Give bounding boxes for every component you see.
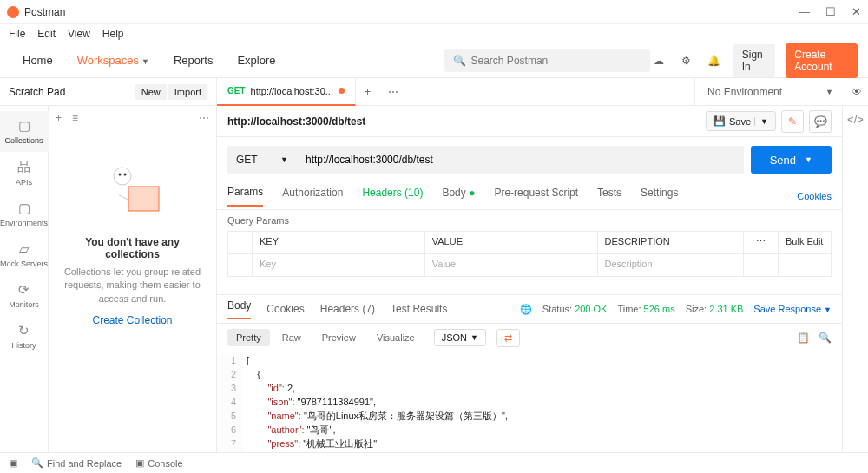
tab-body[interactable]: Body ● (442, 187, 475, 206)
more-icon[interactable]: ⋯ (199, 112, 209, 124)
signin-button[interactable]: Sign In (733, 44, 776, 77)
create-account-button[interactable]: Create Account (786, 43, 858, 78)
time-label: Time: 526 ms (617, 304, 674, 314)
chevron-down-icon: ▼ (280, 155, 288, 164)
col-key: KEY (253, 232, 425, 253)
collections-icon: ▢ (18, 118, 30, 134)
svg-rect-0 (128, 187, 159, 211)
sidebar-item-monitors[interactable]: ⟳Monitors (0, 275, 49, 316)
view-raw[interactable]: Raw (273, 329, 310, 346)
capture-icon[interactable]: ⚙ (678, 49, 695, 72)
format-select[interactable]: JSON ▼ (434, 329, 486, 346)
close-icon[interactable]: ✕ (852, 5, 861, 18)
chevron-down-icon[interactable]: ▼ (805, 155, 812, 164)
tab-authorization[interactable]: Authorization (282, 187, 343, 206)
chevron-down-icon: ▼ (141, 57, 149, 66)
response-tab-cookies[interactable]: Cookies (266, 303, 304, 315)
svg-point-3 (123, 174, 126, 176)
method-select[interactable]: GET▼ (227, 146, 297, 174)
create-collection-link[interactable]: Create Collection (92, 314, 172, 326)
tab-settings[interactable]: Settings (641, 187, 678, 206)
postman-logo-icon (7, 6, 19, 18)
window-title: Postman (24, 6, 65, 18)
menu-view[interactable]: View (68, 28, 90, 40)
sidebar-item-environments[interactable]: ▢Environments (0, 194, 49, 234)
empty-text: Collections let you group related reques… (62, 266, 203, 305)
key-input[interactable]: Key (253, 254, 425, 276)
menu-file[interactable]: File (9, 28, 25, 40)
apis-icon: 品 (17, 159, 30, 175)
response-tab-tests[interactable]: Test Results (391, 303, 447, 315)
network-icon[interactable]: 🌐 (520, 304, 532, 315)
sync-icon[interactable]: ☁ (650, 49, 667, 72)
mock-servers-icon: ▱ (19, 241, 30, 257)
code-snippet-icon[interactable]: </> (847, 113, 864, 126)
wrap-icon[interactable]: ⇄ (496, 329, 520, 347)
nav-home[interactable]: Home (10, 43, 65, 78)
save-button[interactable]: 💾 Save ▼ (706, 111, 776, 131)
col-value: VALUE (425, 232, 598, 253)
minimize-icon[interactable]: — (799, 5, 810, 18)
copy-icon[interactable]: 📋 (797, 332, 810, 344)
tab-options-icon[interactable]: ⋯ (379, 86, 407, 98)
hide-sidebar-icon[interactable]: ▣ (9, 457, 17, 469)
tab-tests[interactable]: Tests (597, 187, 621, 206)
nav-explore[interactable]: Explore (225, 43, 287, 78)
svg-point-1 (114, 168, 131, 185)
menu-help[interactable]: Help (102, 28, 124, 40)
size-label: Size: 2.31 KB (686, 304, 744, 314)
description-input[interactable]: Description (598, 254, 744, 276)
sidebar-item-history[interactable]: ↻History (0, 316, 49, 357)
svg-point-2 (118, 174, 121, 176)
bulk-edit-button[interactable]: Bulk Edit (779, 232, 831, 253)
tab-params[interactable]: Params (227, 186, 263, 207)
comment-icon[interactable]: 💬 (809, 110, 832, 133)
unsaved-dot-icon (339, 88, 345, 94)
response-tab-headers[interactable]: Headers (7) (320, 303, 375, 315)
nav-reports[interactable]: Reports (161, 43, 226, 78)
chevron-down-icon: ▼ (825, 88, 833, 96)
col-options-icon[interactable]: ⋯ (744, 232, 779, 253)
environments-icon: ▢ (18, 200, 30, 216)
notifications-icon[interactable]: 🔔 (706, 49, 723, 72)
chevron-down-icon[interactable]: ▼ (754, 117, 768, 126)
add-icon[interactable]: + (56, 112, 62, 124)
tab-url: http://localhost:30... (251, 86, 333, 96)
new-button[interactable]: New (135, 84, 167, 100)
view-visualize[interactable]: Visualize (368, 329, 424, 346)
status-label: Status: 200 OK (542, 304, 608, 314)
response-tab-body[interactable]: Body (227, 299, 251, 319)
request-name: http://localhost:3000/db/test (227, 115, 365, 128)
cookies-link[interactable]: Cookies (797, 191, 832, 201)
find-replace-button[interactable]: 🔍 Find and Replace (31, 457, 122, 469)
url-input[interactable] (297, 146, 744, 174)
empty-illustration (94, 156, 172, 226)
query-params-label: Query Params (217, 210, 842, 231)
request-tab[interactable]: GET http://localhost:30... (217, 78, 356, 106)
search-input[interactable]: 🔍 Search Postman (444, 49, 651, 72)
col-description: DESCRIPTION (598, 232, 744, 253)
tab-headers[interactable]: Headers (10) (362, 187, 423, 206)
history-icon: ↻ (18, 323, 30, 338)
send-button[interactable]: Send▼ (751, 146, 832, 174)
menu-edit[interactable]: Edit (37, 28, 56, 40)
search-response-icon[interactable]: 🔍 (819, 332, 832, 344)
value-input[interactable]: Value (425, 254, 598, 276)
view-pretty[interactable]: Pretty (227, 329, 270, 346)
sidebar-item-collections[interactable]: ▢Collections (0, 111, 49, 152)
view-preview[interactable]: Preview (313, 329, 365, 346)
console-button[interactable]: ▣ Console (135, 457, 182, 469)
tab-prerequest[interactable]: Pre-request Script (494, 187, 578, 206)
import-button[interactable]: Import (168, 84, 207, 100)
nav-workspaces[interactable]: Workspaces▼ (65, 43, 161, 78)
save-response-button[interactable]: Save Response ▼ (753, 304, 832, 314)
sidebar-item-mock-servers[interactable]: ▱Mock Servers (0, 234, 49, 275)
env-quicklook-icon[interactable]: 👁 (845, 81, 868, 103)
maximize-icon[interactable]: ☐ (825, 5, 836, 18)
filter-icon[interactable]: ≡ (72, 112, 78, 124)
tab-method: GET (227, 86, 246, 95)
add-tab-button[interactable]: + (356, 86, 379, 98)
environment-select[interactable]: No Environment▼ (695, 86, 845, 98)
sidebar-item-apis[interactable]: 品APIs (0, 152, 49, 194)
edit-icon[interactable]: ✎ (781, 110, 804, 133)
